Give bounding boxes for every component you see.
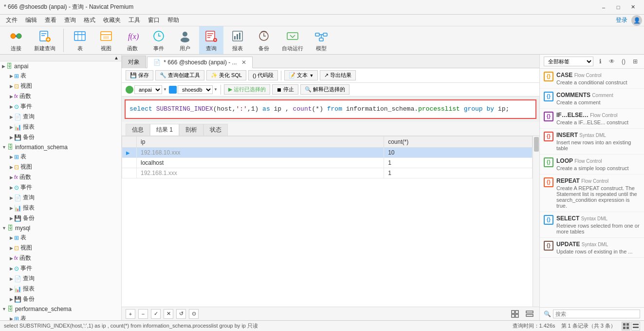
delete-row-button[interactable]: −	[138, 309, 148, 319]
results-tab-result1[interactable]: 结果 1	[150, 124, 179, 136]
sidebar-item-is-functions[interactable]: ▶ fx 函数	[0, 172, 121, 182]
sidebar-item-mysql[interactable]: ▼ 🗄 mysql	[0, 223, 121, 233]
menu-view[interactable]: 查看	[41, 15, 60, 25]
sidebar-item-ps-tables[interactable]: ▶ ⊞ 表	[0, 313, 121, 320]
sidebar-item-mysql-backups[interactable]: ▶ 💾 备份	[0, 294, 121, 304]
col-header-count[interactable]: count(*)	[384, 136, 533, 147]
toolbar-function[interactable]: f(x) 函数	[120, 26, 145, 54]
toolbar-autorun[interactable]: 自动运行	[278, 26, 307, 54]
cancel-row-button[interactable]: ✕	[164, 309, 173, 319]
menu-favorites[interactable]: 收藏夹	[99, 15, 125, 25]
minimize-button[interactable]: –	[596, 0, 611, 15]
tab-close-button[interactable]: ✕	[241, 59, 246, 66]
sidebar-item-mysql-reports[interactable]: ▶ 📊 报表	[0, 284, 121, 294]
toolbar-report[interactable]: 报表	[225, 26, 250, 54]
snippet-case[interactable]: {} CASE Flow Control Create a conditiona…	[540, 69, 644, 89]
toolbar-view[interactable]: 视图	[94, 26, 118, 54]
snippet-insert[interactable]: {} INSERT Syntax DML Insert new rows int…	[540, 129, 644, 155]
sidebar-item-anpai[interactable]: ▶ 🗄 anpai	[0, 61, 121, 71]
rp-grid-button[interactable]: ⊞	[630, 57, 640, 66]
sidebar-item-is-tables[interactable]: ▶ ⊞ 表	[0, 152, 121, 162]
table-row[interactable]: localhost 1	[122, 157, 533, 168]
check-row-button[interactable]: ✓	[151, 309, 161, 319]
sidebar-item-anpai-queries[interactable]: ▶ 📄 查询	[0, 112, 121, 122]
table-row[interactable]: 192.168.1.xxx 1	[122, 168, 533, 178]
beautify-button[interactable]: ✨ 美化 SQL	[206, 70, 246, 80]
menu-help[interactable]: 帮助	[164, 15, 183, 25]
sidebar-item-is-events[interactable]: ▶ ⊙ 事件	[0, 182, 121, 193]
sidebar-scroll-up[interactable]: ▲	[112, 55, 121, 60]
menu-query[interactable]: 查询	[60, 15, 80, 25]
query-builder-button[interactable]: 🔧 查询创建工具	[155, 70, 204, 80]
toolbar-model[interactable]: 模型	[309, 26, 333, 54]
sidebar-item-mysql-queries[interactable]: ▶ 📄 查询	[0, 273, 121, 284]
form-view-button[interactable]	[524, 309, 535, 319]
text-button[interactable]: 📝 文本 ▼	[284, 70, 318, 80]
sidebar-item-anpai-reports[interactable]: ▶ 📊 报表	[0, 122, 121, 132]
sidebar-item-information-schema[interactable]: ▼ 🗄 information_schema	[0, 142, 121, 152]
snippet-search-input[interactable]	[553, 310, 640, 318]
toolbar-event[interactable]: 事件	[147, 26, 171, 54]
toolbar-table[interactable]: 表	[68, 26, 92, 54]
results-scrollbar[interactable]	[533, 136, 539, 307]
rp-info-button[interactable]: ℹ	[595, 57, 605, 66]
sidebar-item-is-views[interactable]: ▶ ⊡ 视图	[0, 162, 121, 172]
refresh-button[interactable]: ↺	[176, 309, 186, 319]
filter-button[interactable]: ⊙	[189, 309, 199, 319]
snippet-ifelse[interactable]: {} IF…ELSE… Flow Control Create a IF...E…	[540, 109, 644, 129]
run-selected-button[interactable]: ▶ 运行已选择的	[224, 84, 270, 95]
sidebar-item-mysql-tables[interactable]: ▶ ⊞ 表	[0, 233, 121, 243]
rp-eye-button[interactable]: 👁	[607, 57, 617, 66]
results-tab-info[interactable]: 信息	[126, 124, 150, 136]
sidebar-item-anpai-backups[interactable]: ▶ 💾 备份	[0, 132, 121, 142]
sidebar-item-is-reports[interactable]: ▶ 📊 报表	[0, 203, 121, 213]
menu-format[interactable]: 格式	[80, 15, 99, 25]
col-header-ip-val[interactable]: ip	[137, 136, 384, 147]
snippet-comments[interactable]: {} COMMENTS Comment Create a comment	[540, 89, 644, 109]
toolbar-user[interactable]: 用户	[173, 26, 197, 54]
rp-braces-button[interactable]: ()	[619, 57, 628, 66]
export-button[interactable]: ↗ 导出结果	[320, 70, 356, 80]
sql-editor[interactable]: select SUBSTRING_INDEX(host,':',1) as ip…	[125, 99, 536, 119]
login-label[interactable]: 登录	[616, 16, 627, 24]
toolbar-connect[interactable]: 连接	[4, 26, 28, 54]
sidebar-item-mysql-views[interactable]: ▶ ⊡ 视图	[0, 243, 121, 253]
tab-query[interactable]: 📄 * 666 @shoesdb (anpai) - ... ✕	[147, 57, 253, 68]
sidebar-item-is-backups[interactable]: ▶ 💾 备份	[0, 213, 121, 223]
menu-edit[interactable]: 编辑	[21, 15, 41, 25]
stop-button[interactable]: ⏹ 停止	[272, 84, 298, 95]
menu-window[interactable]: 窗口	[144, 15, 164, 25]
snippet-update[interactable]: {} UPDATE Syntax DML Update rows of exis…	[540, 238, 644, 258]
menu-tools[interactable]: 工具	[125, 15, 144, 25]
sidebar-item-mysql-functions[interactable]: ▶ fx 函数	[0, 253, 121, 263]
sidebar-item-anpai-views[interactable]: ▶ ⊡ 视图	[0, 81, 121, 91]
sidebar-item-is-queries[interactable]: ▶ 📄 查询	[0, 193, 121, 203]
tab-object[interactable]: 对象	[122, 56, 146, 68]
sidebar-item-performance-schema[interactable]: ▼ 🗄 performance_schema	[0, 304, 121, 313]
sidebar-item-anpai-tables[interactable]: ▶ ⊞ 表	[0, 71, 121, 81]
toolbar-query[interactable]: 查询	[199, 26, 223, 54]
table-row[interactable]: ▶ 192.168.10.xxx 10	[122, 147, 533, 157]
code-segment-button[interactable]: () 代码段	[248, 70, 278, 80]
close-button[interactable]: ✕	[626, 0, 640, 15]
results-tab-status[interactable]: 状态	[203, 124, 228, 136]
toolbar-backup[interactable]: 备份	[252, 26, 276, 54]
results-tab-profile[interactable]: 剖析	[179, 124, 203, 136]
sidebar-item-anpai-functions[interactable]: ▶ fx 函数	[0, 91, 121, 101]
snippet-repeat[interactable]: {} REPEAT Flow Control Create A REPEAT c…	[540, 175, 644, 212]
tag-select[interactable]: 全部标签	[544, 57, 593, 66]
user-avatar[interactable]: 👤	[631, 15, 642, 26]
toolbar-new-query[interactable]: 新建查询	[30, 26, 59, 54]
database-select[interactable]: shoesdb	[178, 85, 213, 94]
grid-btn-2[interactable]	[631, 322, 640, 331]
save-button[interactable]: 💾 保存	[126, 70, 153, 80]
maximize-button[interactable]: □	[611, 0, 626, 15]
connection-select[interactable]: anpai	[134, 85, 162, 94]
explain-button[interactable]: 🔍 解释已选择的	[300, 84, 350, 95]
snippet-loop[interactable]: {} LOOP Flow Control Create a simple loo…	[540, 155, 644, 175]
sidebar-item-mysql-events[interactable]: ▶ ⊙ 事件	[0, 263, 121, 273]
grid-btn-1[interactable]	[622, 322, 630, 331]
menu-file[interactable]: 文件	[2, 15, 21, 25]
grid-view-button[interactable]	[509, 309, 521, 319]
add-row-button[interactable]: +	[126, 309, 135, 319]
